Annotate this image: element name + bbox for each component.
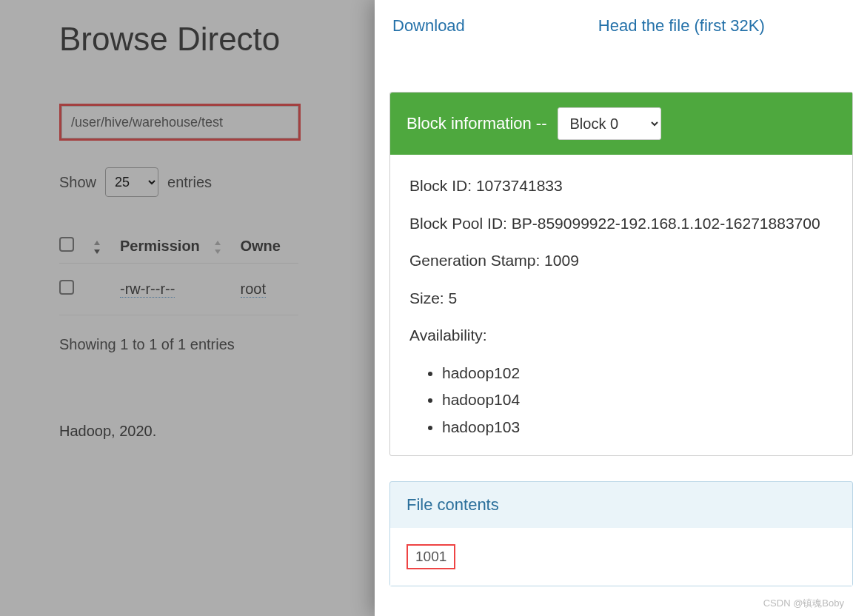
block-pool-label: Block Pool ID: bbox=[409, 215, 507, 232]
col-owner[interactable]: Owne bbox=[241, 230, 298, 264]
show-label: Show bbox=[59, 174, 96, 191]
entries-select[interactable]: 25 bbox=[105, 167, 158, 197]
show-entries-control: Show 25 entries bbox=[59, 167, 375, 197]
file-contents-header: File contents bbox=[390, 482, 852, 528]
watermark: CSDN @镇魂Boby bbox=[763, 597, 844, 610]
block-info-header: Block information -- Block 0 bbox=[390, 93, 852, 155]
page-title: Browse Directo bbox=[59, 21, 375, 58]
generation-stamp-row: Generation Stamp: 1009 bbox=[409, 249, 833, 273]
availability-label: Availability: bbox=[409, 324, 833, 348]
col-sort-spacer[interactable] bbox=[92, 230, 120, 264]
block-info-body: Block ID: 1073741833 Block Pool ID: BP-8… bbox=[390, 155, 852, 455]
table-row[interactable]: -rw-r--r-- root bbox=[59, 264, 298, 315]
path-highlight-box bbox=[59, 104, 301, 141]
path-input[interactable] bbox=[61, 106, 298, 138]
gen-stamp-label: Generation Stamp: bbox=[409, 252, 540, 269]
sort-icon bbox=[213, 241, 223, 254]
block-select[interactable]: Block 0 bbox=[558, 107, 661, 140]
sort-icon bbox=[92, 241, 102, 254]
file-contents-value: 1001 bbox=[407, 544, 455, 569]
directory-table: Permission Owne -rw-r--r-- root bbox=[59, 230, 298, 315]
col-permission-label: Permission bbox=[120, 238, 200, 254]
showing-summary: Showing 1 to 1 of 1 entries bbox=[59, 336, 375, 353]
col-owner-label: Owne bbox=[241, 238, 281, 254]
block-pool-row: Block Pool ID: BP-859099922-192.168.1.10… bbox=[409, 212, 833, 236]
block-id-row: Block ID: 1073741833 bbox=[409, 174, 833, 198]
size-value: 5 bbox=[449, 289, 458, 307]
availability-list: hadoop102 hadoop104 hadoop103 bbox=[442, 361, 833, 440]
gen-stamp-value: 1009 bbox=[544, 252, 579, 269]
availability-item: hadoop102 bbox=[442, 361, 833, 386]
top-links: Download Head the file (first 32K) bbox=[389, 16, 853, 36]
entries-label: entries bbox=[167, 174, 212, 191]
size-row: Size: 5 bbox=[409, 287, 833, 311]
block-id-label: Block ID: bbox=[409, 177, 472, 194]
col-checkbox bbox=[59, 230, 92, 264]
block-id-value: 1073741833 bbox=[476, 177, 563, 194]
file-contents-body: 1001 bbox=[390, 528, 852, 586]
block-pool-value: BP-859099922-192.168.1.102-16271883700 bbox=[512, 215, 820, 232]
file-contents-box: File contents 1001 bbox=[389, 481, 853, 586]
select-all-checkbox[interactable] bbox=[59, 237, 74, 252]
path-row bbox=[59, 104, 375, 141]
availability-item: hadoop103 bbox=[442, 415, 833, 440]
browse-directory-panel: Browse Directo Show 25 entries bbox=[0, 0, 375, 616]
availability-item: hadoop104 bbox=[442, 388, 833, 412]
download-link[interactable]: Download bbox=[392, 16, 465, 36]
row-checkbox[interactable] bbox=[59, 280, 74, 295]
block-info-label: Block information -- bbox=[407, 114, 547, 133]
size-label: Size: bbox=[409, 289, 444, 307]
col-permission[interactable]: Permission bbox=[120, 230, 241, 264]
table-header-row: Permission Owne bbox=[59, 230, 298, 264]
permission-value[interactable]: -rw-r--r-- bbox=[120, 281, 175, 298]
block-info-box: Block information -- Block 0 Block ID: 1… bbox=[389, 92, 853, 456]
owner-value[interactable]: root bbox=[241, 281, 266, 298]
footer-text: Hadoop, 2020. bbox=[59, 423, 375, 440]
head-file-link[interactable]: Head the file (first 32K) bbox=[598, 16, 765, 36]
file-detail-panel: Download Head the file (first 32K) Block… bbox=[375, 0, 853, 616]
